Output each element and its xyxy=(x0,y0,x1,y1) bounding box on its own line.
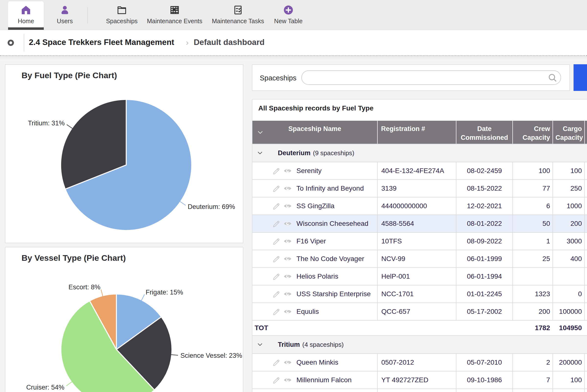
table-row[interactable]: To Infinity and Beyond313908-15-20227725… xyxy=(252,180,587,198)
column-header-cargo-capacity[interactable]: Cargo Capacity xyxy=(552,121,584,144)
app-title[interactable]: 2.4 Space Trekkers Fleet Management xyxy=(29,38,174,47)
top-navigation: Home Users Spaceships Maintenance Event xyxy=(0,0,587,30)
cell-crew-capacity: 7 xyxy=(512,372,552,388)
table-row[interactable]: Serenity404-E-132-4FE274A08-02-245910010… xyxy=(252,162,587,180)
spaceship-name: Equulis xyxy=(297,308,319,316)
table-row[interactable]: F16 Viper10TFS08-09-202213000 xyxy=(252,233,587,250)
cell-cargo-capacity: 1000 xyxy=(552,198,584,214)
nav-item-users[interactable]: Users xyxy=(53,0,77,30)
edit-pencil-icon[interactable] xyxy=(272,376,281,384)
edit-pencil-icon[interactable] xyxy=(272,254,281,263)
view-eye-icon[interactable] xyxy=(283,184,292,193)
view-eye-icon[interactable] xyxy=(283,358,292,367)
search-icon[interactable] xyxy=(547,72,558,83)
new-record-button[interactable] xyxy=(573,64,587,91)
column-label: Cargo Capacity xyxy=(555,125,583,141)
search-input[interactable] xyxy=(301,70,561,85)
view-eye-icon[interactable] xyxy=(283,272,292,281)
pie-slice-label: Science Vessel: 23% xyxy=(180,352,242,359)
table-row[interactable]: Queen Minkis0507-201205-07-20102200000 xyxy=(252,354,587,372)
nav-item-maintenance-events[interactable]: Maintenance Events xyxy=(145,0,204,30)
table-header-row: Spaceship Name Registration # Date Commi… xyxy=(252,121,587,144)
edit-pencil-icon[interactable] xyxy=(272,358,281,367)
breadcrumb-shadow xyxy=(0,56,587,60)
view-eye-icon[interactable] xyxy=(283,254,292,263)
view-eye-icon[interactable] xyxy=(283,290,292,298)
cell-registration: 444000000000 xyxy=(377,198,456,214)
nav-divider xyxy=(87,7,88,24)
cell-spaceship-name: Quickbase cruiser xyxy=(270,389,377,392)
nav-item-new-table[interactable]: New Table xyxy=(271,0,306,30)
cell-registration: 108437 xyxy=(377,389,456,392)
edit-pencil-icon[interactable] xyxy=(272,184,281,193)
row-select-cell xyxy=(252,198,270,214)
view-eye-icon[interactable] xyxy=(283,202,292,210)
folder-icon xyxy=(116,4,127,16)
table-row[interactable]: EquulisQCC-65705-17-2002200100000 xyxy=(252,303,587,321)
edit-pencil-icon[interactable] xyxy=(272,237,281,246)
group-name: Deuterium xyxy=(278,149,311,157)
group-collapse-chevron-icon[interactable] xyxy=(257,150,263,156)
table-row[interactable]: Helios PolarisHelP-00106-01-1994 xyxy=(252,268,587,286)
edit-pencil-icon[interactable] xyxy=(272,307,281,316)
column-header-date-commissioned[interactable]: Date Commissioned xyxy=(456,121,512,144)
cell-spaceship-name: F16 Viper xyxy=(270,233,377,250)
cell-spaceship-name: To Infinity and Beyond xyxy=(270,180,377,197)
table-row[interactable]: Millennium FalconYT 492727ZED09-10-19867… xyxy=(252,372,587,389)
pie-label-leader xyxy=(180,202,186,206)
edit-pencil-icon[interactable] xyxy=(272,272,281,281)
home-icon xyxy=(20,4,32,16)
table-row[interactable]: The No Code VoyagerNCV-9906-01-199925400 xyxy=(252,250,587,268)
column-label: Spaceship Name xyxy=(288,125,341,132)
gear-icon[interactable] xyxy=(6,38,16,48)
cell-crew-capacity: 6 xyxy=(512,198,552,214)
cell-crew-capacity: 1 xyxy=(512,233,552,250)
view-eye-icon[interactable] xyxy=(283,219,292,228)
edit-pencil-icon[interactable] xyxy=(272,166,281,175)
vessel-type-pie-chart[interactable]: Frigate: 15%Science Vessel: 23%Cruiser: … xyxy=(6,247,243,392)
column-header-spaceship-name[interactable]: Spaceship Name xyxy=(252,121,377,144)
column-header-registration[interactable]: Registration # xyxy=(377,121,456,144)
spaceships-search-panel: Spaceships xyxy=(252,64,570,91)
group-collapse-chevron-icon[interactable] xyxy=(257,342,263,348)
cell-date-commissioned: 08-01-2022 xyxy=(456,215,512,232)
group-header-deuterium: Deuterium(9 spaceships) xyxy=(252,144,587,162)
column-label: Registration # xyxy=(381,125,425,132)
fuel-type-pie-chart[interactable]: Deuterium: 69%Tritium: 31% xyxy=(6,65,243,243)
cell-date-commissioned: 12-02-2021 xyxy=(456,198,512,214)
report-table: Spaceship Name Registration # Date Commi… xyxy=(252,121,587,392)
edit-pencil-icon[interactable] xyxy=(272,219,281,228)
spaceship-name: Queen Minkis xyxy=(297,358,338,366)
cell-crew-capacity: 50 xyxy=(512,215,552,232)
chevron-down-icon[interactable] xyxy=(256,128,264,136)
table-row[interactable]: SS GingZilla44400000000012-02-202161000 xyxy=(252,198,587,215)
cell-cargo-capacity: 200000 xyxy=(552,354,584,371)
cell-crew-capacity xyxy=(512,268,552,285)
totals-cargo-capacity: 104950 xyxy=(552,321,584,335)
nav-item-spaceships[interactable]: Spaceships xyxy=(100,0,144,30)
pie-slice-label: Tritium: 31% xyxy=(28,120,65,127)
cell-spaceship-name: Millennium Falcon xyxy=(270,372,377,388)
spaceship-name: To Infinity and Beyond xyxy=(297,184,364,192)
view-eye-icon[interactable] xyxy=(283,166,292,175)
row-select-cell xyxy=(252,250,270,267)
view-eye-icon[interactable] xyxy=(283,376,292,384)
totals-date-empty xyxy=(456,321,512,335)
nav-item-maintenance-tasks[interactable]: Maintenance Tasks xyxy=(210,0,266,30)
nav-label: New Table xyxy=(271,18,306,25)
cell-cargo-capacity: 100000 xyxy=(552,303,584,320)
table-row[interactable]: USS Starship EnterpriseNCC-170101-01-224… xyxy=(252,286,587,303)
edit-pencil-icon[interactable] xyxy=(272,290,281,298)
view-eye-icon[interactable] xyxy=(283,307,292,316)
table-grid-icon xyxy=(169,4,180,16)
cell-overflow xyxy=(584,389,587,392)
edit-pencil-icon[interactable] xyxy=(272,202,281,210)
column-header-crew-capacity[interactable]: Crew Capacity xyxy=(512,121,552,144)
table-row[interactable]: Wisconsin Cheesehead4588-556408-01-20225… xyxy=(252,215,587,233)
pie-label-leader xyxy=(171,354,178,355)
pie-slice-label: Escort: 8% xyxy=(69,284,101,291)
table-row[interactable]: Quickbase cruiser10843708-08-19995002000 xyxy=(252,389,587,392)
cell-registration: 3139 xyxy=(377,180,456,197)
nav-item-home[interactable]: Home xyxy=(8,0,44,30)
view-eye-icon[interactable] xyxy=(283,237,292,246)
